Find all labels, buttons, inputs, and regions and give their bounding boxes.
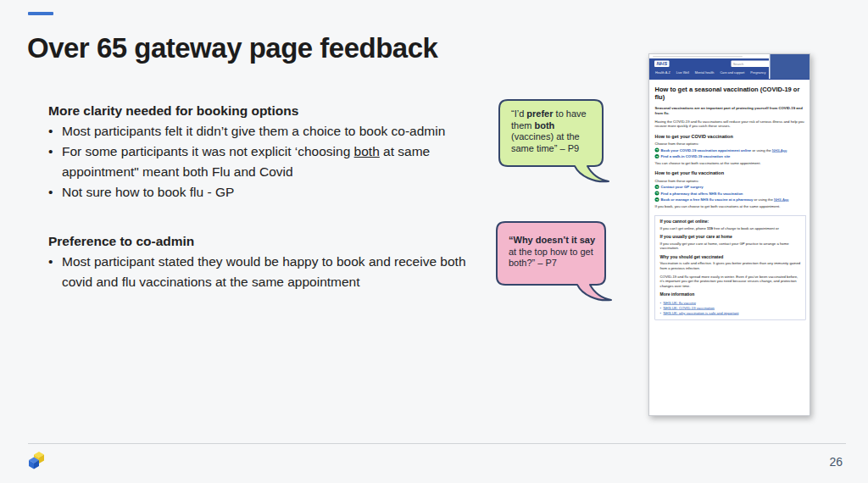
nav-item[interactable]: Live Well (676, 70, 689, 75)
bullet-text: Most participant stated they would be ha… (62, 252, 485, 292)
quote-segment: “I’d (511, 108, 526, 119)
list-item: • Most participants felt it didn’t give … (48, 121, 485, 142)
bullet-text: For some participants it was not explici… (62, 142, 485, 182)
nhs-page-content: How to get a seasonal vaccination (COVID… (649, 80, 810, 320)
arrow-circle-icon: ➔ (655, 192, 659, 196)
link-row: ➔ Contact your GP surgery (655, 185, 806, 189)
quote-segment-bold: “Why doesn’t it say (509, 235, 595, 245)
bullet-text-segment: For some participants it was not explici… (62, 144, 354, 158)
nav-item[interactable]: Care and support (720, 70, 744, 75)
text-segment: If you can’t get online, phone (660, 226, 708, 230)
bullet-marker: • (660, 310, 661, 315)
box-heading: If you cannot get online: (660, 219, 801, 225)
cube-logo-icon (25, 449, 48, 471)
nav-item[interactable]: Mental health (695, 70, 715, 75)
url-text-blur (653, 56, 743, 58)
nhs-paragraph: If you book, you can choose to get both … (655, 204, 806, 209)
text-segment: free of charge to book an appointment or (713, 226, 779, 230)
nhs-app-link[interactable]: NHS App (774, 197, 788, 202)
nav-item[interactable]: Pregnancy (750, 70, 765, 75)
arrow-circle-icon: ➔ (655, 185, 659, 189)
quote-segment: (vaccines) at the same time” – P9 (511, 131, 580, 153)
quote-bubble-green: “I’d prefer to have them both (vaccines)… (498, 99, 612, 184)
bullet-text: Not sure how to book flu - GP (62, 182, 485, 203)
suffix-text: or using the (751, 148, 772, 153)
nhs-paragraph: COVID-19 and flu spread more easily in w… (660, 275, 801, 289)
nhs-paragraph: If you can’t get online, phone 119 free … (660, 226, 801, 231)
arrow-circle-icon: ➔ (655, 148, 659, 153)
list-item: • For some participants it was not expli… (48, 142, 485, 182)
list-item: • Not sure how to book flu - GP (48, 182, 485, 203)
nhs-link[interactable]: Find a walk-in COVID-19 vaccination site (661, 154, 731, 158)
bullet-text: Most participants felt it didn’t give th… (62, 121, 485, 142)
quote-text: “Why doesn’t it say at the top how to ge… (509, 235, 604, 269)
nhs-footer-link[interactable]: NHS.UK: why vaccination is safe and impo… (663, 310, 738, 315)
link-row: ➔ Find a walk-in COVID-19 vaccination si… (655, 154, 806, 158)
options-label: Choose from these options: (655, 142, 806, 146)
link-label[interactable]: Book your COVID-19 vaccination appointme… (661, 148, 752, 153)
quote-segment-bold: prefer (526, 108, 553, 119)
nhs-paragraph: If you usually get your care at home, co… (660, 242, 801, 251)
box-heading: Why you should get vaccinated (660, 254, 801, 259)
nhs-webpage-screenshot: NHS Search ⌕ ●My account Health A-Z Live… (648, 53, 810, 416)
more-information-links: •NHS.UK: flu vaccine •NHS.UK: COVID-19 v… (660, 300, 801, 315)
options-label: Choose from these options: (655, 179, 806, 183)
link-row: ➔ Book your COVID-19 vaccination appoint… (655, 148, 806, 153)
suffix-text: or using the (753, 197, 774, 202)
arrow-circle-icon: ➔ (655, 197, 659, 202)
arrow-circle-icon: ➔ (655, 154, 659, 158)
list-item: • Most participant stated they would be … (48, 252, 485, 292)
quote-segment-bold: both (535, 120, 555, 130)
company-logo (25, 449, 48, 475)
link-label[interactable]: Book or manage a free NHS flu vaccine at… (661, 197, 754, 202)
slide-body: More clarity needed for booking options … (48, 101, 485, 292)
link-row: ➔ Book or manage a free NHS flu vaccine … (655, 197, 806, 202)
box-heading: If you usually get your care at home (660, 235, 801, 240)
footer-divider (28, 443, 846, 444)
nhs-link[interactable]: Book your COVID-19 vaccination appointme… (661, 148, 787, 153)
covid-section-heading: How to get your COVID vaccination (655, 134, 806, 139)
nhs-paragraph: Having the COVID-19 and flu vaccinations… (655, 119, 806, 129)
nhs-link[interactable]: Find a pharmacy that offers NHS flu vacc… (661, 192, 743, 196)
bullet-marker: • (48, 252, 62, 292)
list-item: •NHS.UK: why vaccination is safe and imp… (660, 310, 801, 315)
nhs-paragraph: Vaccination is safe and effective. It gi… (660, 261, 801, 270)
nhs-link[interactable]: Book or manage a free NHS flu vaccine at… (661, 197, 789, 202)
slide: Over 65 gateway page feedback More clari… (0, 0, 868, 483)
bullet-marker: • (48, 121, 62, 142)
bullet-marker: • (48, 182, 62, 203)
page-title: Over 65 gateway page feedback (27, 32, 437, 64)
cannot-get-online-box: If you cannot get online: If you can’t g… (655, 215, 806, 320)
section-heading-booking-options: More clarity needed for booking options (48, 101, 485, 121)
nhs-paragraph: You can choose to get both vaccinations … (655, 161, 806, 166)
nhs-app-link[interactable]: NHS App (772, 148, 787, 153)
page-number: 26 (829, 455, 843, 469)
more-information-heading: More information (660, 292, 801, 297)
overlapping-window-fragment (769, 54, 810, 79)
link-suffix: or using the NHS App (751, 148, 787, 153)
quote-text: “I’d prefer to have them both (vaccines)… (511, 108, 598, 154)
nhs-logo[interactable]: NHS (654, 61, 670, 68)
quote-bubble-pink: “Why doesn’t it say at the top how to ge… (496, 221, 615, 303)
nhs-page-title: How to get a seasonal vaccination (COVID… (655, 86, 806, 101)
phone-number: 119 (707, 226, 713, 230)
link-row: ➔ Find a pharmacy that offers NHS flu va… (655, 192, 806, 196)
quote-segment: at the top how to get both?” – P7 (509, 247, 593, 269)
nhs-lede: Seasonal vaccinations are an important p… (655, 106, 806, 115)
link-suffix: or using the NHS App (753, 197, 788, 202)
bullet-marker: • (48, 142, 62, 182)
nav-item[interactable]: Health A-Z (655, 70, 670, 75)
bullet-text-underlined: both (354, 144, 380, 158)
flu-section-heading: How to get your flu vaccination (655, 170, 806, 175)
nhs-link[interactable]: Contact your GP surgery (661, 185, 704, 189)
accent-dash (28, 12, 53, 15)
section-heading-co-admin: Preference to co-admin (48, 231, 485, 252)
